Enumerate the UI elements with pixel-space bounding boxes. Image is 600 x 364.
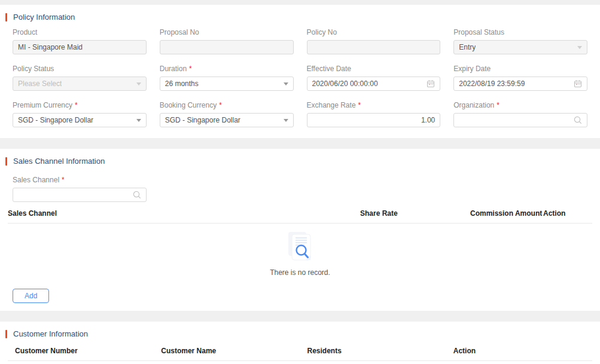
- calendar-icon[interactable]: [427, 79, 435, 88]
- sales-th-commission-amount: Commission Amount: [470, 209, 543, 218]
- customer-information-section: Customer Information Customer Number Cus…: [0, 322, 600, 364]
- field-premium-currency: Premium Currency* SGD - Singapore Dollar: [13, 101, 147, 127]
- required-marker: *: [497, 101, 500, 109]
- search-icon[interactable]: [574, 116, 582, 124]
- organization-label: Organization*: [453, 101, 587, 109]
- policy-information-section: Policy Information Product MI - Singapor…: [0, 5, 600, 127]
- customer-table: Customer Number Customer Name Residents …: [8, 347, 592, 364]
- required-marker: *: [62, 176, 65, 184]
- section-accent-bar: [5, 330, 7, 338]
- expiry-date-input[interactable]: 2022/08/19 23:59:59: [453, 77, 587, 91]
- table-header-divider: [8, 360, 592, 361]
- policy-section-title: Policy Information: [13, 13, 75, 22]
- customer-section-title: Customer Information: [13, 329, 88, 338]
- sales-channel-search-input[interactable]: [13, 188, 147, 202]
- chevron-down-icon: [136, 82, 141, 85]
- customer-th-action: Action: [446, 347, 592, 355]
- sales-th-share-rate: Share Rate: [360, 209, 470, 218]
- expiry-date-label: Expiry Date: [453, 65, 587, 73]
- sales-section-header: Sales Channel Information: [0, 149, 600, 166]
- premium-currency-select[interactable]: SGD - Singapore Dollar: [13, 113, 147, 127]
- customer-table-header-row: Customer Number Customer Name Residents …: [8, 347, 592, 360]
- required-marker: *: [219, 101, 222, 109]
- customer-th-name: Customer Name: [154, 347, 300, 355]
- policy-status-label: Policy Status: [13, 65, 147, 73]
- premium-currency-value: SGD - Singapore Dollar: [18, 114, 93, 127]
- duration-select[interactable]: 26 months: [160, 77, 294, 91]
- chevron-down-icon: [284, 119, 288, 122]
- duration-label: Duration*: [160, 65, 294, 73]
- effective-date-input[interactable]: 2020/06/20 00:00:00: [307, 77, 441, 91]
- booking-currency-select[interactable]: SGD - Singapore Dollar: [160, 113, 294, 127]
- sales-channel-label: Sales Channel*: [13, 176, 147, 184]
- policy-section-header: Policy Information: [0, 5, 600, 22]
- proposal-status-select: Entry: [453, 40, 587, 54]
- table-header-divider: [8, 223, 592, 224]
- field-duration: Duration* 26 months: [160, 65, 294, 91]
- required-marker: *: [75, 101, 78, 109]
- effective-date-value: 2020/06/20 00:00:00: [312, 77, 378, 90]
- required-marker: *: [358, 101, 361, 109]
- customer-th-number: Customer Number: [8, 347, 154, 355]
- add-sales-channel-button[interactable]: Add: [13, 289, 49, 303]
- duration-value: 26 months: [165, 77, 199, 90]
- field-policy-status: Policy Status Please Select: [13, 65, 147, 91]
- product-value: MI - Singapore Maid: [18, 41, 83, 54]
- field-effective-date: Effective Date 2020/06/20 00:00:00: [307, 65, 441, 91]
- expiry-date-value: 2022/08/19 23:59:59: [459, 77, 525, 90]
- sales-table-header-row: Sales Channel Share Rate Commission Amou…: [8, 209, 592, 223]
- sales-th-action: Action: [543, 209, 592, 218]
- product-input: MI - Singapore Maid: [13, 40, 147, 54]
- proposal-status-value: Entry: [459, 41, 476, 54]
- search-icon[interactable]: [133, 191, 141, 199]
- field-policy-no: Policy No: [307, 28, 441, 54]
- proposal-no-input: [160, 40, 294, 54]
- proposal-no-label: Proposal No: [160, 28, 294, 36]
- field-proposal-status: Proposal Status Entry: [453, 28, 587, 54]
- booking-currency-label: Booking Currency*: [160, 101, 294, 109]
- exchange-rate-value: 1.00: [421, 114, 435, 127]
- page-top-band: [0, 0, 600, 5]
- field-expiry-date: Expiry Date 2022/08/19 23:59:59: [453, 65, 587, 91]
- section-separator-band: [0, 138, 600, 149]
- calendar-icon[interactable]: [574, 79, 582, 88]
- policy-no-label: Policy No: [307, 28, 441, 36]
- field-sales-channel: Sales Channel*: [13, 176, 147, 202]
- empty-state-search-document-icon: [284, 231, 316, 262]
- field-booking-currency: Booking Currency* SGD - Singapore Dollar: [160, 101, 294, 127]
- policy-status-value: Please Select: [18, 77, 62, 90]
- no-record-text: There is no record.: [8, 268, 592, 277]
- effective-date-label: Effective Date: [307, 65, 441, 73]
- booking-currency-value: SGD - Singapore Dollar: [165, 114, 240, 127]
- sales-th-sales-channel: Sales Channel: [8, 209, 360, 218]
- sales-empty-state: There is no record.: [8, 231, 592, 277]
- field-organization: Organization*: [453, 101, 587, 127]
- required-marker: *: [189, 65, 192, 73]
- sales-channel-table: Sales Channel Share Rate Commission Amou…: [8, 209, 592, 277]
- customer-section-header: Customer Information: [0, 322, 600, 338]
- customer-th-residents: Residents: [300, 347, 446, 355]
- policy-status-select: Please Select: [13, 77, 147, 91]
- organization-search-input[interactable]: [453, 113, 587, 127]
- section-accent-bar: [5, 13, 7, 22]
- section-accent-bar: [5, 157, 7, 166]
- exchange-rate-label: Exchange Rate*: [307, 101, 441, 109]
- chevron-down-icon: [284, 82, 288, 85]
- field-product: Product MI - Singapore Maid: [13, 28, 147, 54]
- sales-channel-section: Sales Channel Information Sales Channel*…: [0, 149, 600, 311]
- field-exchange-rate: Exchange Rate* 1.00: [307, 101, 441, 127]
- section-separator-band: [0, 311, 600, 322]
- policy-fields-grid: Product MI - Singapore Maid Proposal No …: [13, 28, 587, 127]
- premium-currency-label: Premium Currency*: [13, 101, 147, 109]
- chevron-down-icon: [136, 119, 141, 122]
- chevron-down-icon: [577, 46, 582, 49]
- sales-section-title: Sales Channel Information: [13, 157, 105, 166]
- proposal-status-label: Proposal Status: [453, 28, 587, 36]
- exchange-rate-input[interactable]: 1.00: [307, 113, 441, 127]
- field-proposal-no: Proposal No: [160, 28, 294, 54]
- policy-no-input: [307, 40, 441, 54]
- product-label: Product: [13, 28, 147, 36]
